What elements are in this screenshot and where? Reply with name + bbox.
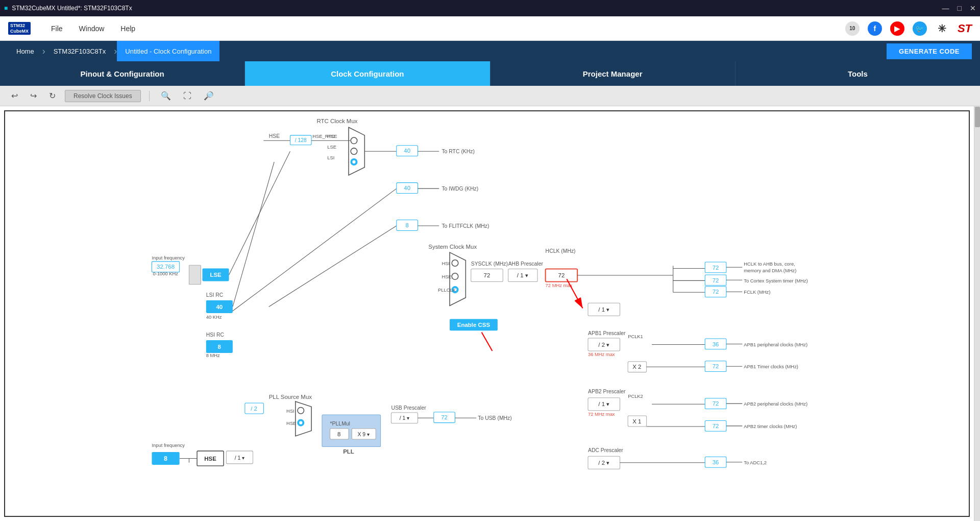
vertical-scrollbar[interactable]	[974, 106, 980, 521]
pll-mux-shape	[296, 401, 311, 436]
apb2-periph-label: APB2 peripheral clocks (MHz)	[744, 401, 807, 407]
hclk-ahb-value: 72	[713, 265, 719, 271]
sys-mux-shape	[450, 252, 465, 305]
mux-hse-label: HSE	[327, 134, 337, 139]
adc-value: 36	[713, 459, 719, 465]
rtc-radio-lsi-inner	[352, 160, 355, 163]
sys-radio-hse[interactable]	[452, 273, 458, 280]
pll-hse-label: HSE	[286, 421, 296, 426]
bc-device[interactable]: STM32F103C8Tx	[45, 41, 114, 61]
twitter-icon[interactable]: 🐦	[913, 21, 927, 36]
apb1-periph-value: 36	[713, 341, 719, 347]
input-freq2-value: 8	[164, 455, 167, 462]
clock-diagram-svg: RTC Clock Mux HSE / 128 HSE_RTC LSE Inpu…	[5, 111, 969, 516]
ahb-prescaler-label: AHB Prescaler	[508, 261, 544, 267]
facebook-icon[interactable]: f	[868, 21, 882, 36]
redo-button[interactable]: ↪	[27, 89, 40, 103]
x1-label: X 1	[632, 418, 641, 424]
adc-div2-value: / 2 ▾	[598, 460, 609, 466]
lsi-rc-label: LSI RC	[206, 292, 224, 298]
input-freq-top-value: 32.768	[157, 264, 175, 270]
menu-items: File Window Help	[51, 25, 135, 33]
generate-code-button[interactable]: GENERATE CODE	[887, 43, 972, 59]
apb2-timer-value: 72	[713, 423, 719, 429]
bc-home[interactable]: Home	[8, 41, 42, 61]
tab-bar: Pinout & Configuration Clock Configurati…	[0, 61, 980, 86]
adc-prescaler-label: ADC Prescaler	[588, 447, 623, 453]
mux-lsi-label: LSI	[327, 155, 334, 160]
div2-label: / 2	[251, 406, 257, 412]
sys-clk-mux-label: System Clock Mux	[428, 244, 477, 250]
scrollbar-thumb[interactable]	[975, 107, 980, 127]
pll-mul-value: 8	[337, 431, 340, 437]
tab-pinout[interactable]: Pinout & Configuration	[0, 61, 245, 86]
social-icons: 10 f ▶ 🐦 ✳ ST	[845, 21, 972, 36]
usb-div-value: / 1 ▾	[400, 415, 409, 421]
tab-tools[interactable]: Tools	[736, 61, 980, 86]
apb1-periph-label: APB1 peripheral clocks (MHz)	[744, 342, 807, 347]
minimize-btn[interactable]: —	[942, 4, 949, 12]
hsi-rc-label: HSI RC	[206, 332, 225, 338]
window-controls[interactable]: — □ ✕	[942, 4, 976, 12]
pll-x9-value: X 9 ▾	[357, 432, 370, 437]
hse-block-label: HSE	[204, 456, 216, 462]
apb2-periph-value: 72	[713, 400, 719, 407]
undo-button[interactable]: ↩	[8, 89, 21, 103]
main-area: RTC Clock Mux HSE / 128 HSE_RTC LSE Inpu…	[0, 106, 980, 521]
rtc-radio-hse[interactable]	[351, 137, 357, 144]
input-freq-top-label: Input frequency	[152, 255, 185, 260]
menu-window[interactable]: Window	[79, 25, 105, 33]
maximize-btn[interactable]: □	[958, 4, 962, 12]
hsi-mhz-label: 8 MHz	[206, 353, 220, 358]
close-btn[interactable]: ✕	[970, 4, 976, 12]
zoom-out-button[interactable]: 🔎	[201, 89, 217, 103]
tab-project-label: Project Manager	[583, 69, 643, 78]
hse-div1-value: / 1 ▾	[235, 455, 244, 461]
pll-radio-hsi[interactable]	[298, 407, 304, 414]
fclk-value: 72	[713, 289, 719, 295]
apb1-timer-label: APB1 Timer clocks (MHz)	[744, 364, 798, 369]
tab-tools-label: Tools	[848, 69, 868, 78]
sysclk-label: SYSCLK (MHz)	[471, 261, 508, 267]
anniversary-icon: 10	[845, 21, 860, 36]
sys-radio-hsi[interactable]	[452, 260, 458, 267]
youtube-icon[interactable]: ▶	[890, 21, 904, 36]
sys-hse-label: HSE	[442, 274, 451, 279]
toolbar-separator	[149, 91, 150, 101]
x2-label: X 2	[632, 364, 641, 370]
fclk-label: FCLK (MHz)	[744, 290, 770, 295]
toolbar: ↩ ↪ ↻ Resolve Clock Issues 🔍 ⛶ 🔎	[0, 86, 980, 106]
to-flitfclk-label: To FLITFCLK (MHz)	[442, 223, 489, 229]
hclk-max-label: 72 MHz max	[546, 283, 573, 288]
sysclk-value: 72	[484, 272, 491, 278]
logo: STM32 CubeMX	[8, 22, 31, 35]
menu-file[interactable]: File	[51, 25, 63, 33]
clock-diagram-canvas: RTC Clock Mux HSE / 128 HSE_RTC LSE Inpu…	[4, 110, 970, 517]
app-icon: ■	[4, 5, 8, 12]
logo-line1: STM32	[10, 23, 29, 29]
tab-project[interactable]: Project Manager	[491, 61, 736, 86]
ahb-prescaler-value: / 1 ▾	[517, 272, 528, 278]
zoom-in-button[interactable]: 🔍	[158, 89, 174, 103]
refresh-button[interactable]: ↻	[46, 89, 59, 103]
fit-button[interactable]: ⛶	[180, 89, 194, 103]
tab-clock[interactable]: Clock Configuration	[245, 61, 490, 86]
bc-current[interactable]: Untitled - Clock Configuration	[117, 41, 219, 61]
apb1-div2-value: / 2 ▾	[598, 342, 609, 348]
enable-css-label: Enable CSS	[457, 322, 491, 328]
pllmul-label: *PLLMul	[330, 421, 350, 427]
hclk-ahb-label1: HCLK to AHB bus, core,	[744, 262, 795, 267]
sys-hsi-label: HSI	[442, 261, 450, 266]
lsi-rc-khz: 40 KHz	[206, 315, 222, 320]
tab-pinout-label: Pinout & Configuration	[81, 69, 164, 78]
pll-source-mux-label: PLL Source Mux	[269, 394, 312, 400]
app-title: STM32CubeMX Untitled*: STM32F103C8Tx	[12, 5, 132, 12]
menu-help[interactable]: Help	[120, 25, 135, 33]
resolve-clock-button[interactable]: Resolve Clock Issues	[65, 90, 141, 102]
iwdg-val: 40	[404, 185, 410, 191]
lsi-rc-value: 40	[216, 304, 223, 310]
flitfclk-val: 8	[405, 222, 408, 228]
lse-label: LSE	[210, 272, 222, 278]
rtc-radio-lse[interactable]	[351, 148, 357, 155]
apb2-timer-label: APB2 timer clocks (MHz)	[744, 424, 797, 429]
